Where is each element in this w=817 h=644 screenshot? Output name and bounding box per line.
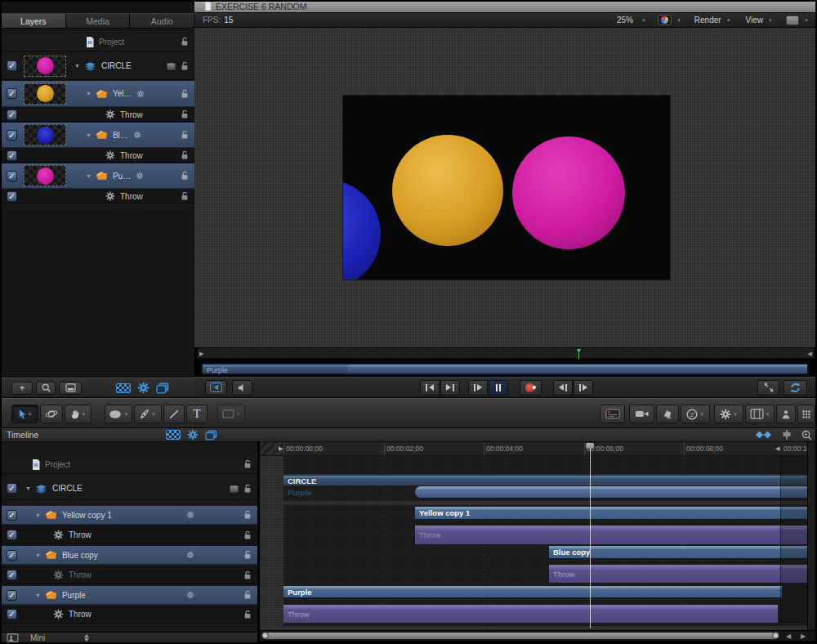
pause-button[interactable] xyxy=(489,380,508,396)
disclosure-triangle[interactable]: ▼ xyxy=(86,173,92,179)
show-keyframes-toggle[interactable] xyxy=(754,430,772,440)
step-forward-button[interactable] xyxy=(574,380,593,396)
mini-timeline-bar[interactable]: Purple xyxy=(203,364,807,373)
disclosure-triangle[interactable]: ▼ xyxy=(25,485,31,491)
timeline-bar-yellow-copy-1[interactable]: Yellow copy 1 xyxy=(415,507,807,519)
visibility-checkbox[interactable]: ✓ xyxy=(7,510,17,521)
text-tool[interactable]: T xyxy=(186,405,208,423)
go-to-start-button[interactable] xyxy=(420,380,440,396)
layer-row-project[interactable]: Project xyxy=(2,33,194,51)
show-project-pane-button[interactable] xyxy=(205,380,227,396)
visibility-checkbox[interactable]: ✓ xyxy=(7,590,17,601)
timeline-row-yellow-copy-1[interactable]: ✓ ▼ Yellow copy 1 xyxy=(2,506,257,525)
unlock-icon[interactable] xyxy=(181,130,189,140)
layer-row-circle-group[interactable]: ✓ ▼ CIRCLE xyxy=(2,52,194,80)
mask-tool[interactable]: ▼ xyxy=(217,405,245,423)
clones-visibility-toggle[interactable] xyxy=(156,382,169,394)
window-layout-menu[interactable] xyxy=(786,16,799,25)
visibility-checkbox[interactable]: ✓ xyxy=(7,191,17,202)
behavior-row-throw[interactable]: ✓ Throw xyxy=(2,190,194,203)
show-hud-button[interactable] xyxy=(600,405,625,423)
timeline-clones-toggle[interactable] xyxy=(205,430,217,441)
stepper-icon[interactable] xyxy=(84,634,89,642)
new-camera-button[interactable] xyxy=(629,405,654,423)
zoom-level-menu[interactable]: 25% xyxy=(617,16,633,25)
display-mode-select[interactable]: Mini xyxy=(30,633,45,642)
behavior-row-throw[interactable]: ✓ Throw xyxy=(2,149,194,163)
new-generator-button[interactable]: 2 ▼ xyxy=(681,405,710,423)
loop-playback-button[interactable] xyxy=(784,380,807,396)
tab-media[interactable]: Media xyxy=(66,13,131,29)
visibility-checkbox[interactable]: ✓ xyxy=(7,150,17,161)
search-button[interactable] xyxy=(36,382,56,395)
render-menu[interactable]: Render xyxy=(694,16,721,25)
unlock-icon[interactable] xyxy=(243,590,252,600)
canvas-stage[interactable] xyxy=(343,96,670,280)
record-button[interactable] xyxy=(520,380,542,396)
timeline-row-throw[interactable]: ✓ Throw xyxy=(2,526,257,544)
select-tool[interactable]: ▼ xyxy=(11,405,38,423)
visibility-checkbox[interactable]: ✓ xyxy=(7,483,17,494)
tab-layers[interactable]: Layers xyxy=(2,13,66,29)
timeline-bar-throw[interactable]: Throw xyxy=(283,605,778,623)
disclosure-triangle[interactable]: ▼ xyxy=(35,512,41,518)
step-back-button[interactable] xyxy=(553,380,573,396)
visibility-checkbox[interactable]: ✓ xyxy=(7,570,17,580)
unlock-icon[interactable] xyxy=(181,171,189,181)
timeline-row-blue-copy[interactable]: ✓ ▼ Blue copy xyxy=(2,546,257,565)
unlock-icon[interactable] xyxy=(181,37,189,47)
filmstrip-view-toggle[interactable] xyxy=(116,383,131,393)
unlock-icon[interactable] xyxy=(243,610,252,619)
timeline-playhead[interactable] xyxy=(590,449,591,628)
visibility-checkbox[interactable]: ✓ xyxy=(7,130,17,141)
project-titlebar[interactable]: EXERCISE 6 RANDOM xyxy=(194,0,815,12)
timeline-bar-purple[interactable]: Purple xyxy=(283,586,782,597)
timeline-row-throw[interactable]: ✓ Throw xyxy=(2,566,257,584)
visibility-checkbox[interactable]: ✓ xyxy=(7,550,17,561)
add-behavior-button[interactable]: ▼ xyxy=(745,405,775,423)
mini-timeline[interactable]: Purple xyxy=(201,363,809,375)
timeline-bar-blue-copy[interactable]: Blue copy xyxy=(549,546,807,558)
unlock-icon[interactable] xyxy=(243,530,252,540)
timeline-lanes[interactable]: CIRCLE Purple Yellow copy 1 Throw Blue c… xyxy=(260,456,807,630)
mini-timeline-active-region[interactable] xyxy=(347,364,807,373)
behavior-row-throw[interactable]: ✓ Throw xyxy=(2,108,194,122)
scrubber-playhead[interactable] xyxy=(577,349,581,359)
add-filter-button[interactable]: ▼ xyxy=(714,405,743,423)
show-pane-button[interactable] xyxy=(59,382,82,395)
bezier-tool[interactable]: ▼ xyxy=(134,405,162,423)
timeline-right-scroll-strip[interactable] xyxy=(807,442,815,630)
add-layer-button[interactable]: + xyxy=(11,382,33,395)
canvas-viewport[interactable] xyxy=(194,28,815,347)
layer-thumbnail[interactable] xyxy=(24,56,66,77)
unlock-icon[interactable] xyxy=(243,570,252,580)
disclosure-triangle[interactable]: ▼ xyxy=(35,593,41,598)
paint-stroke-tool[interactable] xyxy=(163,405,185,423)
timeline-bar-throw[interactable]: Throw xyxy=(415,525,807,544)
disclosure-triangle[interactable]: ▼ xyxy=(35,552,41,558)
shape-tool[interactable]: ▼ xyxy=(105,405,132,423)
zoom-handle-right[interactable] xyxy=(772,632,779,639)
timeline-row-purple[interactable]: ✓ ▼ Purple xyxy=(2,586,257,605)
scroll-right-button[interactable]: ▶ xyxy=(801,633,806,640)
go-to-end-button[interactable] xyxy=(440,380,460,396)
in-point-marker[interactable]: ▶ xyxy=(199,351,203,357)
layer-thumbnail[interactable] xyxy=(24,165,66,186)
play-range-in-marker[interactable]: ▶ xyxy=(279,445,283,452)
visibility-checkbox[interactable]: ✓ xyxy=(7,609,17,619)
canvas-scrubber[interactable]: ▶ ◀ xyxy=(197,347,815,359)
timeline-filmstrip-toggle[interactable] xyxy=(166,430,181,440)
unlock-icon[interactable] xyxy=(181,61,189,71)
pan-tool[interactable]: ▼ xyxy=(65,405,92,423)
magenta-circle[interactable] xyxy=(512,136,625,249)
disclosure-triangle[interactable]: ▼ xyxy=(86,91,92,96)
unlock-icon[interactable] xyxy=(181,150,189,160)
scroll-left-button[interactable]: ◀ xyxy=(786,633,791,640)
unlock-icon[interactable] xyxy=(243,459,252,469)
zoom-timeline-button[interactable] xyxy=(801,430,812,441)
timeline-row-throw[interactable]: ✓ Throw xyxy=(2,606,257,624)
audio-mute-button[interactable] xyxy=(232,380,252,396)
unlock-icon[interactable] xyxy=(181,110,189,119)
layer-thumbnail[interactable] xyxy=(24,124,66,145)
unlock-icon[interactable] xyxy=(243,550,252,560)
